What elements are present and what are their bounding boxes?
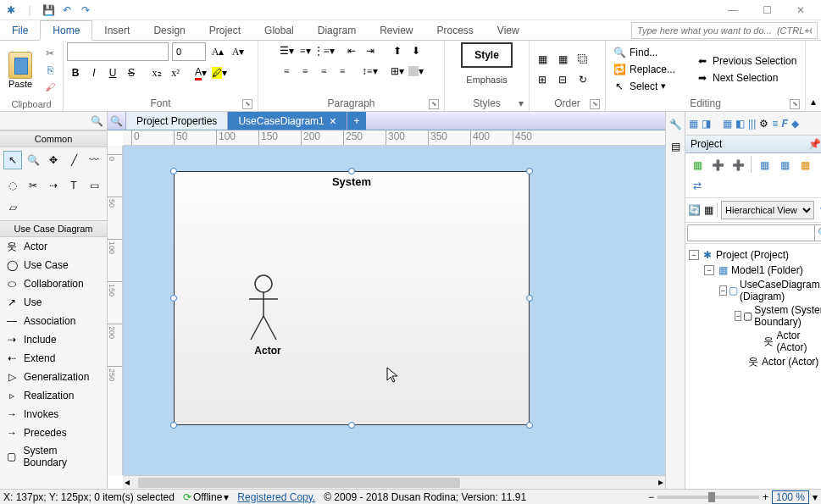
tab-diagram[interactable]: Diagram (306, 20, 368, 40)
tree-project[interactable]: − ✱ Project (Project) (689, 247, 821, 263)
tool-h[interactable]: ◆ (791, 118, 799, 130)
minimize-button[interactable]: — (716, 0, 750, 20)
toolbox-realization[interactable]: ▹Realization (0, 386, 107, 405)
tool-g[interactable]: F (781, 118, 787, 130)
toolbox-invokes[interactable]: →Invokes (0, 405, 107, 424)
pin-icon[interactable]: 📌 (808, 138, 821, 150)
pt-i2-icon[interactable]: ▦ (775, 156, 794, 174)
order-launcher[interactable]: ⬊ (590, 99, 600, 109)
maximize-button[interactable]: ☐ (750, 0, 784, 20)
pointer-tool[interactable]: ↖ (3, 151, 22, 169)
multilevel-button[interactable]: ⋮≡▾ (316, 42, 333, 59)
tool-e[interactable]: ||| (748, 118, 756, 130)
copy-icon[interactable]: ⎘ (42, 63, 58, 78)
font-name-input[interactable] (67, 42, 169, 61)
tree-model[interactable]: − ▦ Model1 (Folder) (704, 263, 821, 278)
toolbox-include[interactable]: ⇢Include (0, 330, 107, 349)
toolbox-extend[interactable]: ⇠Extend (0, 349, 107, 368)
tab-file[interactable]: File (0, 20, 40, 40)
shape-tool[interactable]: ▭ (85, 176, 103, 195)
text-tool[interactable]: T (64, 176, 83, 195)
crop-tool[interactable]: ✂ (24, 176, 42, 195)
tab-home[interactable]: Home (40, 20, 92, 41)
redo-icon[interactable]: ↷ (78, 3, 93, 18)
scroll-left-icon[interactable]: ◂ (125, 476, 130, 488)
tool-a[interactable]: ▦ (689, 118, 698, 130)
pt-i4-icon[interactable]: ⇄ (688, 176, 707, 195)
tool-c[interactable]: ▦ (723, 118, 732, 130)
align-left-button[interactable]: ≡ (279, 63, 296, 80)
align-right-button[interactable]: ≡ (316, 63, 333, 80)
props-icon[interactable]: 🔧 (666, 115, 685, 134)
doc-tab-properties[interactable]: Project Properties (126, 112, 228, 130)
paragraph-launcher[interactable]: ⬊ (429, 99, 439, 109)
font-color-button[interactable]: A▾ (192, 64, 209, 81)
toolbox-search-icon[interactable]: 🔍 (91, 115, 103, 127)
tab-project[interactable]: Project (197, 20, 252, 40)
undo-icon[interactable]: ↶ (59, 3, 75, 18)
common-header[interactable]: Common (0, 130, 107, 147)
select-button[interactable]: ↖Select ▾ (609, 79, 679, 94)
tree-actor-out[interactable]: 웃 Actor (Actor) (735, 354, 821, 369)
expand-icon[interactable]: − (689, 250, 699, 260)
pt-new-icon[interactable]: ▦ (688, 156, 707, 174)
tab-global[interactable]: Global (252, 20, 306, 40)
tool-b[interactable]: ◨ (702, 118, 711, 130)
scroll-thumb[interactable] (138, 478, 460, 488)
outdent-button[interactable]: ⇤ (343, 42, 360, 59)
strike-button[interactable]: S (123, 64, 140, 81)
font-launcher[interactable]: ⬊ (242, 99, 252, 109)
doc-tab-add[interactable]: + (347, 112, 366, 130)
highlight-button[interactable]: 🖊▾ (211, 64, 228, 81)
line-spacing-button[interactable]: ↕≡▾ (362, 63, 379, 80)
curve-tool[interactable]: 〰 (85, 151, 103, 169)
doc-tab-close-icon[interactable]: × (330, 114, 336, 128)
format-painter-icon[interactable]: 🖌 (42, 80, 58, 95)
find-button[interactable]: 🔍Find... (609, 45, 679, 60)
tool-f[interactable]: ≡ (772, 118, 778, 130)
shading-button[interactable]: ▾ (408, 63, 424, 80)
pt-i3-icon[interactable]: ▦ (796, 156, 814, 174)
toolbox-collaboration[interactable]: ⬭Collaboration (0, 274, 107, 293)
status-offline[interactable]: Offline (193, 491, 222, 503)
tree-actor-in[interactable]: 웃 Actor (Actor) (750, 329, 821, 354)
bullets-button[interactable]: ☰▾ (279, 42, 296, 59)
group-icon[interactable]: ⿻ (574, 50, 592, 69)
connect-tool[interactable]: ⇢ (44, 176, 63, 195)
align-bottom-button[interactable]: ⬇ (408, 42, 424, 59)
registered-link[interactable]: Registered Copy. (237, 491, 315, 503)
zoom-value[interactable]: 100 % (772, 490, 809, 504)
pt-add-icon[interactable]: ➕ (708, 156, 727, 174)
grow-font-icon[interactable]: A▴ (209, 43, 226, 60)
project-search-input[interactable] (687, 224, 815, 241)
zoom-slider[interactable] (657, 496, 759, 499)
zoom-out-button[interactable]: − (648, 491, 654, 503)
font-size-input[interactable] (172, 42, 206, 61)
bold-button[interactable]: B (67, 64, 84, 81)
doc-tab-usecase[interactable]: UseCaseDiagram1× (228, 112, 347, 130)
shrink-font-icon[interactable]: A▾ (230, 43, 247, 60)
style-button[interactable]: Style (461, 42, 513, 68)
tab-process[interactable]: Process (425, 20, 485, 40)
scroll-right-icon[interactable]: ▸ (658, 476, 663, 488)
toolbox-generalization[interactable]: ▷Generalization (0, 368, 107, 386)
note-tool[interactable]: ▱ (3, 198, 22, 217)
layers-icon[interactable]: ▤ (666, 137, 685, 156)
next-selection-button[interactable]: ➡Next Selection (692, 70, 800, 86)
toolbox-use[interactable]: ↗Use (0, 293, 107, 312)
zoom-in-button[interactable]: + (763, 491, 768, 503)
pan-tool[interactable]: ✥ (44, 151, 63, 169)
distribute-icon[interactable]: ⊟ (553, 70, 572, 89)
tab-view[interactable]: View (485, 20, 531, 40)
tree-system[interactable]: − ▢ System (System Boundary) (735, 303, 821, 329)
tab-design[interactable]: Design (141, 20, 197, 40)
toolbox-association[interactable]: —Association (0, 312, 107, 330)
lasso-tool[interactable]: ◌ (3, 176, 22, 195)
styles-more-icon[interactable]: ▾ (519, 97, 524, 109)
subscript-button[interactable]: x₂ (148, 64, 165, 81)
tree-diagram[interactable]: − ▢ UseCaseDiagram1 (Diagram) (719, 278, 821, 303)
superscript-button[interactable]: x² (167, 64, 184, 81)
sync-icon[interactable]: ⟳ (183, 491, 191, 503)
send-back-icon[interactable]: ▦ (553, 50, 572, 69)
project-search-button[interactable]: 🔍 (815, 224, 821, 241)
